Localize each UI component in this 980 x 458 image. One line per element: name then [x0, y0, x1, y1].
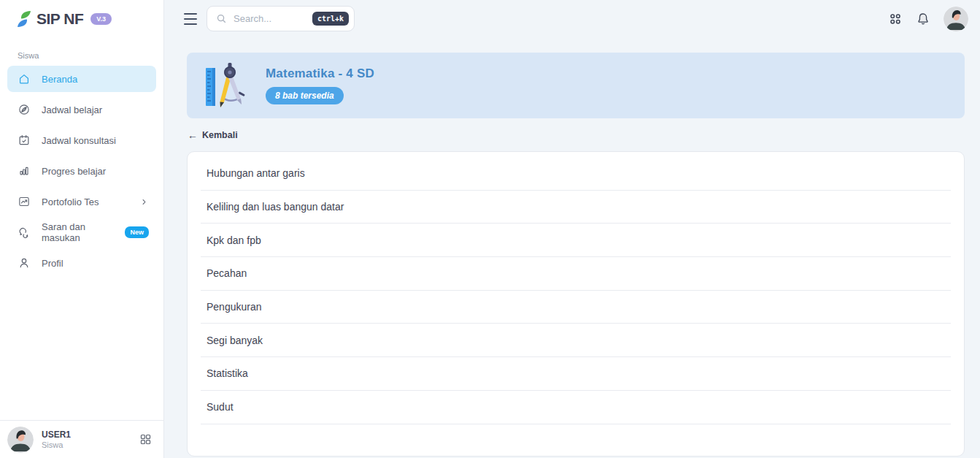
chapter-list-item[interactable]: Segi banyak	[201, 324, 951, 357]
sidebar: SIP NF V.3 Siswa Beranda Jadwal belajar …	[0, 0, 164, 458]
course-banner-texts: Matematika - 4 SD 8 bab tersedia	[266, 66, 374, 104]
chapter-label: Pengukuran	[207, 301, 262, 313]
version-badge: V.3	[90, 13, 112, 25]
chevron-right-icon	[139, 197, 149, 207]
sidebar-item-portofolio-tes[interactable]: Portofolio Tes	[7, 188, 156, 215]
back-link[interactable]: ← Kembali	[188, 129, 238, 141]
sidebar-item-profil[interactable]: Profil	[7, 250, 156, 276]
notifications-bell-icon[interactable]	[916, 12, 930, 26]
home-icon	[18, 72, 31, 85]
user-role: Siswa	[42, 440, 71, 449]
topbar-actions	[888, 0, 968, 38]
search-placeholder: Search...	[234, 13, 312, 24]
sidebar-item-beranda[interactable]: Beranda	[7, 66, 156, 92]
chapter-list-card: Hubungan antar garis Keliling dan luas b…	[187, 151, 965, 457]
sidebar-item-jadwal-konsultasi[interactable]: Jadwal konsultasi	[7, 127, 156, 153]
user-icon	[18, 256, 31, 270]
search-input[interactable]: Search... ctrl+k	[207, 6, 355, 31]
chapter-label: Segi banyak	[207, 335, 263, 346]
leaf-circle-icon	[18, 103, 31, 116]
menu-hamburger-icon[interactable]	[184, 13, 197, 25]
sidebar-item-jadwal-belajar[interactable]: Jadwal belajar	[7, 96, 156, 123]
chapter-label: Kpk dan fpb	[207, 234, 261, 246]
sidebar-item-label: Jadwal konsultasi	[42, 135, 116, 146]
chat-bubbles-icon	[18, 226, 31, 239]
sidebar-item-label: Beranda	[42, 74, 77, 85]
chapter-list-item[interactable]: Pecahan	[201, 257, 951, 291]
chapter-label: Pecahan	[207, 267, 247, 279]
course-title: Matematika - 4 SD	[266, 66, 374, 81]
back-label: Kembali	[202, 130, 238, 140]
app-root: SIP NF V.3 Siswa Beranda Jadwal belajar …	[0, 0, 980, 458]
math-tools-illustration-icon	[204, 61, 250, 110]
back-arrow-icon: ←	[188, 129, 198, 141]
user-name: USER1	[42, 430, 71, 440]
sidebar-item-label: Saran dan masukan	[42, 221, 117, 243]
user-avatar	[7, 427, 34, 453]
chapter-label: Sudut	[207, 401, 234, 413]
chapter-list-item[interactable]: Keliling dan luas bangun datar	[201, 191, 951, 224]
sidebar-section-label: Siswa	[18, 51, 39, 60]
new-badge: New	[125, 226, 149, 238]
chapter-label: Statistika	[207, 367, 248, 379]
user-meta: USER1 Siswa	[42, 430, 71, 449]
chapter-list-item[interactable]: Kpk dan fpb	[201, 224, 951, 257]
sidebar-item-label: Jadwal belajar	[42, 104, 102, 115]
search-icon	[216, 13, 227, 24]
keyboard-shortcut-badge: ctrl+k	[312, 12, 349, 26]
sidebar-item-saran-dan-masukan[interactable]: Saran dan masukan New	[7, 219, 156, 245]
chapter-list-item[interactable]: Hubungan antar garis	[201, 157, 951, 191]
chapter-count-badge: 8 bab tersedia	[266, 87, 344, 104]
course-banner: Matematika - 4 SD 8 bab tersedia	[187, 53, 965, 118]
app-logo[interactable]: SIP NF V.3	[0, 0, 163, 28]
apps-grid-icon[interactable]	[888, 12, 903, 26]
sidebar-item-progres-belajar[interactable]: Progres belajar	[7, 158, 156, 184]
app-title: SIP NF	[36, 10, 83, 28]
chapter-label: Keliling dan luas bangun datar	[207, 201, 344, 213]
chapter-list-item[interactable]: Sudut	[201, 391, 951, 424]
chapter-list-item[interactable]: Pengukuran	[201, 291, 951, 324]
user-menu-grid-icon[interactable]	[139, 433, 152, 446]
sidebar-nav: Beranda Jadwal belajar Jadwal konsultasi…	[0, 66, 163, 280]
sidebar-item-label: Portofolio Tes	[42, 196, 99, 207]
sidebar-item-label: Profil	[42, 258, 63, 269]
profile-avatar[interactable]	[944, 7, 968, 31]
sidebar-item-label: Progres belajar	[42, 166, 106, 177]
chapter-label: Hubungan antar garis	[207, 167, 305, 179]
sidebar-user-card[interactable]: USER1 Siswa	[0, 420, 163, 458]
calendar-check-icon	[18, 134, 31, 147]
trend-chart-icon	[18, 195, 31, 208]
bar-chart-icon	[18, 164, 31, 178]
chapter-list-item[interactable]: Statistika	[201, 357, 951, 391]
logo-leaves-icon	[16, 10, 32, 28]
